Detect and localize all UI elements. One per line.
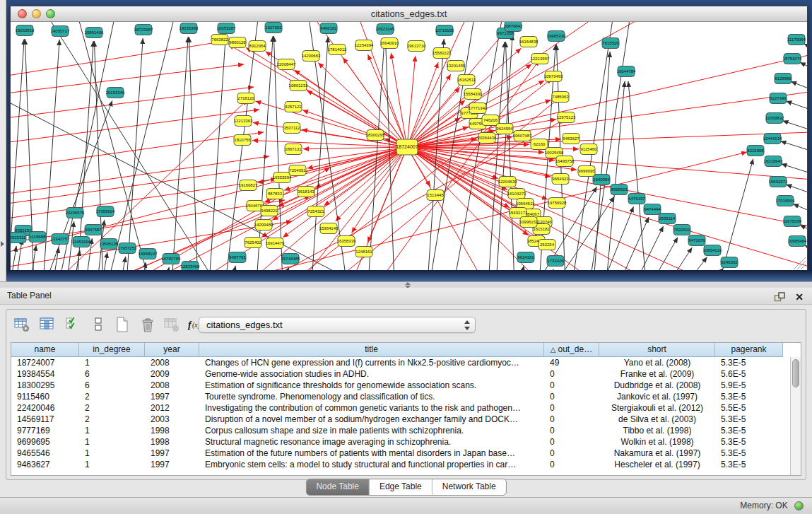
graph-node[interactable]: 19965330 bbox=[547, 31, 566, 42]
network-canvas[interactable]: 1903381914055717208914061872338719035388… bbox=[11, 22, 807, 271]
graph-node[interactable]: 20891406 bbox=[85, 28, 104, 38]
table-row[interactable]: 946362711997Embryonic stem cells: a mode… bbox=[11, 459, 790, 470]
graph-node[interactable]: 12213967 bbox=[531, 54, 550, 64]
graph-node[interactable]: 15582221 bbox=[433, 48, 452, 59]
graph-node[interactable]: 10719155 bbox=[435, 25, 454, 36]
graph-node[interactable]: 19035388 bbox=[180, 23, 199, 34]
graph-node[interactable]: 9463627 bbox=[563, 134, 579, 144]
graph-node[interactable]: 7204051 bbox=[289, 165, 306, 176]
graph-node[interactable]: 9457791 bbox=[229, 252, 246, 263]
graph-node[interactable]: 16640910 bbox=[380, 38, 399, 49]
graph-node[interactable]: 252254 bbox=[539, 240, 555, 250]
graph-node[interactable]: 12975123 bbox=[557, 112, 576, 123]
table-selector-dropdown[interactable]: citations_edges.txt bbox=[199, 317, 476, 333]
graph-node[interactable]: 7625402 bbox=[245, 238, 261, 248]
column-header-year[interactable]: year bbox=[145, 343, 199, 357]
graph-node[interactable]: 10973493 bbox=[544, 71, 563, 82]
graph-node[interactable]: 887833 bbox=[266, 189, 283, 199]
column-header-name[interactable]: name bbox=[11, 343, 79, 357]
west-panel-expand-icon[interactable] bbox=[1, 241, 4, 247]
graph-node[interactable]: 9474444 bbox=[644, 204, 661, 215]
graph-node[interactable]: 3618143 bbox=[298, 187, 314, 197]
graph-node[interactable]: 12823468 bbox=[181, 262, 200, 271]
graph-node[interactable]: 2718120 bbox=[237, 93, 254, 104]
graph-node[interactable]: 7485063 bbox=[552, 92, 569, 103]
close-panel-icon[interactable]: ✕ bbox=[795, 289, 804, 305]
graph-node[interactable]: 22008447 bbox=[277, 59, 296, 70]
graph-node[interactable]: 9227343 bbox=[770, 93, 787, 104]
graph-node[interactable]: 12342757 bbox=[51, 234, 70, 245]
graph-node[interactable]: 17359924 bbox=[96, 206, 115, 217]
select-rows-icon[interactable] bbox=[64, 316, 83, 334]
graph-node[interactable]: 12444134 bbox=[763, 134, 782, 144]
tab-network-table[interactable]: Network Table bbox=[432, 479, 506, 495]
graph-node[interactable]: 11173064 bbox=[787, 35, 806, 45]
graph-node[interactable]: 11451904 bbox=[72, 237, 91, 247]
panel-splitter[interactable] bbox=[0, 281, 812, 288]
graph-node[interactable]: 8215958 bbox=[747, 146, 764, 156]
table-row[interactable]: 911546021997Tourette syndrome. Phenomeno… bbox=[11, 391, 790, 402]
graph-node[interactable]: 14055717 bbox=[51, 26, 70, 37]
graph-node[interactable]: 14099489 bbox=[254, 220, 273, 230]
graph-node[interactable]: 1527602 bbox=[265, 23, 282, 33]
graph-node[interactable]: 20876842 bbox=[504, 22, 523, 32]
graph-node[interactable]: 12213363 bbox=[234, 116, 253, 127]
graph-node[interactable]: 12204630 bbox=[498, 177, 517, 187]
graph-node[interactable]: 9699695 bbox=[578, 166, 595, 177]
graph-node[interactable]: 15692971 bbox=[769, 177, 788, 187]
graph-node[interactable]: 16958107 bbox=[139, 249, 158, 259]
graph-node[interactable]: 20921045 bbox=[376, 24, 395, 35]
graph-node[interactable]: 2935114 bbox=[659, 214, 676, 224]
graph-node[interactable]: 9860128 bbox=[229, 37, 246, 48]
column-header-pagerank[interactable]: pagerank bbox=[715, 343, 783, 357]
table-row[interactable]: 2242004622012Investigating the contribut… bbox=[11, 402, 790, 414]
graph-node[interactable]: 9129966 bbox=[775, 74, 792, 84]
graph-node[interactable]: 15751074 bbox=[783, 54, 802, 64]
tab-edge-table[interactable]: Edge Table bbox=[369, 479, 432, 495]
table-row[interactable]: 969969511998Structural magnetic resonanc… bbox=[11, 436, 790, 448]
graph-node[interactable]: 8912954 bbox=[249, 41, 266, 52]
graph-node[interactable]: 3915311 bbox=[11, 233, 26, 243]
graph-node[interactable]: 1640954 bbox=[593, 175, 610, 185]
graph-node[interactable]: 13505135 bbox=[100, 239, 119, 250]
graph-node[interactable]: 18723387 bbox=[134, 25, 153, 35]
import-table-icon[interactable] bbox=[163, 316, 182, 334]
column-header-in_degree[interactable]: in_degree bbox=[79, 343, 145, 357]
graph-node[interactable]: 16914479 bbox=[266, 238, 285, 249]
graph-node[interactable]: 16644784 bbox=[617, 66, 636, 77]
graph-node[interactable]: 19756928 bbox=[548, 198, 567, 209]
graph-node[interactable]: 9654923 bbox=[552, 174, 569, 185]
select-columns-icon[interactable] bbox=[39, 316, 57, 334]
graph-node[interactable]: 9624554 bbox=[496, 124, 513, 134]
float-panel-icon[interactable] bbox=[774, 291, 785, 301]
column-header-out_de[interactable]: △out_de… bbox=[544, 343, 599, 357]
graph-node[interactable]: 14200663 bbox=[302, 51, 321, 62]
graph-node[interactable]: 18300295 bbox=[366, 130, 385, 141]
graph-node[interactable]: 12254394 bbox=[355, 40, 374, 51]
graph-node[interactable]: 7615526 bbox=[602, 38, 619, 49]
table-row[interactable]: 977716911998Corpus callosum shape and si… bbox=[11, 425, 790, 436]
vertical-scrollbar[interactable] bbox=[790, 357, 801, 475]
tab-node-table[interactable]: Node Table bbox=[306, 479, 369, 495]
graph-node[interactable]: 15364143 bbox=[319, 223, 339, 234]
graph-node[interactable]: 7632621 bbox=[673, 225, 690, 235]
graph-node[interactable]: 15584391 bbox=[464, 89, 483, 100]
graph-node[interactable]: 10996151 bbox=[519, 217, 539, 228]
graph-node[interactable]: 20153346 bbox=[106, 88, 125, 98]
graph-node[interactable]: 8958923 bbox=[611, 185, 628, 195]
graph-node[interactable]: 16358339 bbox=[337, 236, 356, 247]
graph-node[interactable]: 19166827 bbox=[239, 180, 258, 191]
graph-node[interactable]: 9115460 bbox=[580, 144, 597, 155]
new-document-icon[interactable] bbox=[114, 316, 132, 334]
graph-node[interactable]: 11675339 bbox=[783, 216, 802, 227]
minimize-window-icon[interactable] bbox=[32, 9, 41, 18]
graph-node[interactable]: 13201455 bbox=[447, 61, 466, 71]
graph-node[interactable]: 10801231 bbox=[289, 81, 308, 91]
graph-node[interactable]: 9997587 bbox=[85, 225, 102, 235]
graph-node[interactable]: 12093832 bbox=[765, 113, 784, 124]
network-window-titlebar[interactable]: citations_edges.txt bbox=[11, 6, 807, 22]
graph-node[interactable]: 1513445 bbox=[427, 190, 444, 201]
graph-node[interactable]: 7254321 bbox=[307, 206, 324, 217]
graph-node[interactable]: 9498222 bbox=[261, 206, 278, 216]
memory-indicator[interactable]: Memory: OK bbox=[740, 501, 804, 511]
